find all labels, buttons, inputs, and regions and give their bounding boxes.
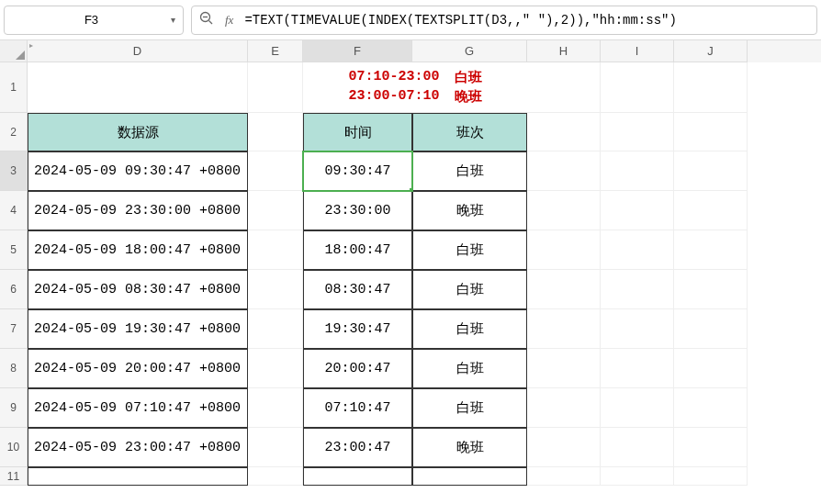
cell-I3[interactable]: [601, 151, 674, 191]
cell-D9[interactable]: 2024-05-09 07:10:47 +0800: [28, 388, 248, 428]
cell-G7[interactable]: 白班: [412, 309, 527, 349]
row-header-10[interactable]: 10: [0, 428, 28, 467]
cell-I4[interactable]: [601, 191, 674, 230]
cell-H10[interactable]: [527, 428, 601, 467]
cell-H4[interactable]: [527, 191, 601, 230]
name-box[interactable]: F3 ▾: [4, 6, 184, 35]
cell-G8[interactable]: 白班: [412, 349, 527, 388]
cell-J9[interactable]: [674, 388, 748, 428]
cell-E7[interactable]: [248, 309, 303, 349]
cell-D7[interactable]: 2024-05-09 19:30:47 +0800: [28, 309, 248, 349]
select-all-corner[interactable]: [0, 40, 28, 62]
cell-F4[interactable]: 23:30:00: [303, 191, 412, 230]
cell-I5[interactable]: [601, 230, 674, 270]
cell-G6[interactable]: 白班: [412, 270, 527, 309]
cell-D11[interactable]: [28, 467, 248, 486]
cell-E2[interactable]: [248, 113, 303, 151]
cell-D5[interactable]: 2024-05-09 18:00:47 +0800: [28, 230, 248, 270]
cell-F10[interactable]: 23:00:47: [303, 428, 412, 467]
cell-J2[interactable]: [674, 113, 748, 151]
cell-D8[interactable]: 2024-05-09 20:00:47 +0800: [28, 349, 248, 388]
cell-E3[interactable]: [248, 151, 303, 191]
row-header-7[interactable]: 7: [0, 309, 28, 349]
cell-H5[interactable]: [527, 230, 601, 270]
cell-F7[interactable]: 19:30:47: [303, 309, 412, 349]
cell-F11[interactable]: [303, 467, 412, 486]
cell-D3[interactable]: 2024-05-09 09:30:47 +0800: [28, 151, 248, 191]
col-header-G[interactable]: G: [412, 40, 527, 62]
cell-E11[interactable]: [248, 467, 303, 486]
fx-icon[interactable]: fx: [225, 13, 233, 28]
cell-F6[interactable]: 08:30:47: [303, 270, 412, 309]
cell-H2[interactable]: [527, 113, 601, 151]
row-header-4[interactable]: 4: [0, 191, 28, 230]
cell-G4[interactable]: 晚班: [412, 191, 527, 230]
cell-I9[interactable]: [601, 388, 674, 428]
col-header-J[interactable]: J: [674, 40, 748, 62]
cell-E1[interactable]: [248, 62, 303, 113]
cell-D4[interactable]: 2024-05-09 23:30:00 +0800: [28, 191, 248, 230]
row-header-2[interactable]: 2: [0, 113, 28, 151]
col-header-E[interactable]: E: [248, 40, 303, 62]
row-header-6[interactable]: 6: [0, 270, 28, 309]
cell-E8[interactable]: [248, 349, 303, 388]
cell-I1[interactable]: [601, 62, 674, 113]
cell-H3[interactable]: [527, 151, 601, 191]
cell-H9[interactable]: [527, 388, 601, 428]
row-header-11[interactable]: 11: [0, 467, 28, 486]
cell-G10[interactable]: 晚班: [412, 428, 527, 467]
cell-J6[interactable]: [674, 270, 748, 309]
cell-F3[interactable]: 09:30:47: [303, 151, 412, 191]
cell-H1[interactable]: [527, 62, 601, 113]
header-shift[interactable]: 班次: [412, 113, 527, 151]
cell-J10[interactable]: [674, 428, 748, 467]
cell-G9[interactable]: 白班: [412, 388, 527, 428]
cell-I6[interactable]: [601, 270, 674, 309]
cell-I2[interactable]: [601, 113, 674, 151]
cell-F8[interactable]: 20:00:47: [303, 349, 412, 388]
cell-J8[interactable]: [674, 349, 748, 388]
cell-G3[interactable]: 白班: [412, 151, 527, 191]
cell-J5[interactable]: [674, 230, 748, 270]
legend-block[interactable]: 07:10-23:00 白班 23:00-07:10 晚班: [303, 62, 527, 113]
cell-D1[interactable]: [28, 62, 248, 113]
cell-H6[interactable]: [527, 270, 601, 309]
cell-I8[interactable]: [601, 349, 674, 388]
formula-bar[interactable]: fx =TEXT(TIMEVALUE(INDEX(TEXTSPLIT(D3,,"…: [191, 6, 817, 35]
cell-J11[interactable]: [674, 467, 748, 486]
zoom-out-icon[interactable]: [199, 11, 214, 28]
col-header-F[interactable]: F: [303, 40, 412, 62]
col-header-D[interactable]: D: [28, 40, 248, 62]
cell-F9[interactable]: 07:10:47: [303, 388, 412, 428]
cell-E10[interactable]: [248, 428, 303, 467]
cell-E9[interactable]: [248, 388, 303, 428]
cell-G5[interactable]: 白班: [412, 230, 527, 270]
cell-I11[interactable]: [601, 467, 674, 486]
cell-E5[interactable]: [248, 230, 303, 270]
cell-H11[interactable]: [527, 467, 601, 486]
formula-input[interactable]: =TEXT(TIMEVALUE(INDEX(TEXTSPLIT(D3,," ")…: [244, 13, 809, 28]
header-source[interactable]: 数据源: [28, 113, 248, 151]
cell-E6[interactable]: [248, 270, 303, 309]
cell-J4[interactable]: [674, 191, 748, 230]
cell-I10[interactable]: [601, 428, 674, 467]
col-header-I[interactable]: I: [601, 40, 674, 62]
cell-G11[interactable]: [412, 467, 527, 486]
cell-H7[interactable]: [527, 309, 601, 349]
cell-D10[interactable]: 2024-05-09 23:00:47 +0800: [28, 428, 248, 467]
cell-J1[interactable]: [674, 62, 748, 113]
col-header-H[interactable]: H: [527, 40, 601, 62]
cell-D6[interactable]: 2024-05-09 08:30:47 +0800: [28, 270, 248, 309]
cell-I7[interactable]: [601, 309, 674, 349]
cell-F5[interactable]: 18:00:47: [303, 230, 412, 270]
chevron-down-icon[interactable]: ▾: [171, 15, 175, 25]
row-header-9[interactable]: 9: [0, 388, 28, 428]
row-header-5[interactable]: 5: [0, 230, 28, 270]
row-header-8[interactable]: 8: [0, 349, 28, 388]
header-time[interactable]: 时间: [303, 113, 412, 151]
cell-J7[interactable]: [674, 309, 748, 349]
cell-H8[interactable]: [527, 349, 601, 388]
cell-J3[interactable]: [674, 151, 748, 191]
cell-E4[interactable]: [248, 191, 303, 230]
row-header-3[interactable]: 3: [0, 151, 28, 191]
